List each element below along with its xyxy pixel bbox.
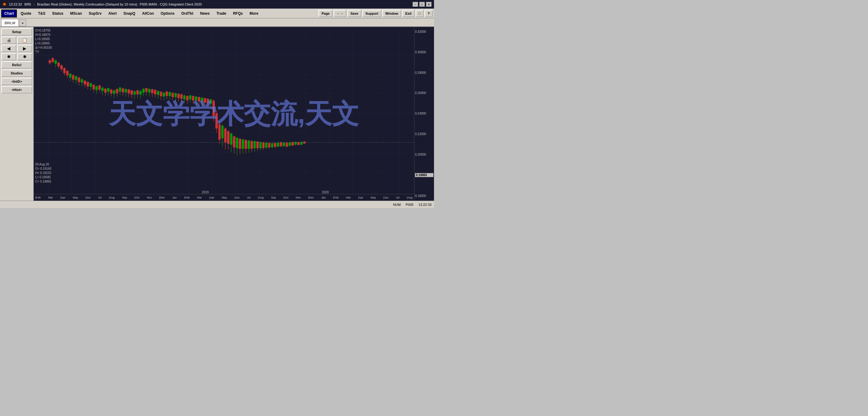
studies-button[interactable]: Studies bbox=[1, 69, 32, 77]
close-button[interactable]: ✕ bbox=[426, 2, 432, 7]
nav-button[interactable]: ←→ bbox=[334, 10, 346, 17]
svg-rect-120 bbox=[186, 96, 188, 100]
svg-rect-188 bbox=[286, 143, 288, 147]
menu-news[interactable]: News bbox=[197, 9, 213, 18]
current-price: 0.18865 bbox=[415, 173, 433, 177]
svg-rect-178 bbox=[271, 143, 273, 147]
setup-button[interactable]: Setup bbox=[1, 28, 32, 35]
rescl-button[interactable]: ReScl bbox=[1, 61, 32, 69]
add-tab-button[interactable]: + bbox=[19, 20, 26, 26]
menu-allcon[interactable]: AllCon bbox=[139, 9, 157, 18]
svg-rect-28 bbox=[52, 58, 54, 62]
save-button[interactable]: Save bbox=[347, 10, 361, 17]
svg-rect-56 bbox=[93, 85, 95, 90]
title-symbol: BR6 bbox=[25, 2, 31, 6]
svg-rect-110 bbox=[172, 93, 174, 97]
app-icon: ❖ bbox=[2, 2, 6, 7]
svg-rect-88 bbox=[140, 91, 142, 95]
candlestick-chart bbox=[34, 27, 414, 194]
maximize-button[interactable]: □ bbox=[419, 2, 425, 7]
time-jan19: Jan bbox=[172, 196, 177, 199]
svg-rect-84 bbox=[134, 91, 136, 95]
page-button[interactable]: Page bbox=[318, 10, 333, 17]
svg-rect-170 bbox=[259, 142, 262, 148]
intd-button[interactable]: <IntD> bbox=[1, 78, 32, 85]
hist-button[interactable]: <Hist> bbox=[1, 86, 32, 93]
time-may20: May bbox=[371, 196, 376, 199]
star-icon-2[interactable]: ✱ bbox=[17, 53, 32, 60]
menu-quote[interactable]: Quote bbox=[18, 9, 34, 18]
high-value: H=0.18870 bbox=[35, 33, 52, 37]
title-bar-left: ❖ 13:22:32 BR6 - Brazilian Real (Globex)… bbox=[2, 2, 202, 7]
svg-rect-134 bbox=[207, 99, 209, 103]
svg-rect-74 bbox=[119, 88, 121, 92]
menu-snapq[interactable]: SnapQ bbox=[120, 9, 138, 18]
bar-close: C= 0.18865 bbox=[35, 180, 52, 184]
svg-rect-82 bbox=[130, 90, 133, 95]
svg-rect-112 bbox=[175, 93, 177, 97]
svg-rect-106 bbox=[166, 92, 168, 96]
restore-button[interactable]: □ bbox=[415, 10, 424, 17]
svg-rect-96 bbox=[151, 89, 154, 93]
menu-mscan[interactable]: MScan bbox=[67, 9, 85, 18]
price-0.30: 0.30000 bbox=[415, 51, 433, 54]
prev-icon[interactable]: ◀ bbox=[1, 45, 16, 52]
menu-bar-right: Page ←→ Save Support Window Exit □ ? bbox=[318, 10, 433, 17]
copy-icon[interactable]: 📋 bbox=[17, 36, 32, 44]
time-feb20: |Feb bbox=[333, 196, 339, 199]
svg-rect-36 bbox=[63, 68, 66, 73]
window-button[interactable]: Window bbox=[382, 10, 401, 17]
year-2019: 2019 bbox=[202, 191, 209, 194]
svg-rect-146 bbox=[224, 129, 226, 142]
time-sep19: Sep bbox=[271, 196, 276, 199]
minimize-button[interactable]: − bbox=[412, 2, 418, 7]
exit-button[interactable]: Exit bbox=[402, 10, 414, 17]
time-nov: Nov bbox=[147, 196, 152, 199]
svg-rect-62 bbox=[101, 88, 104, 91]
menu-options[interactable]: Options bbox=[158, 9, 178, 18]
tab-label: BR6,W bbox=[5, 21, 15, 25]
menu-alert[interactable]: Alert bbox=[105, 9, 120, 18]
time-jun19: |Jun bbox=[235, 196, 240, 199]
svg-rect-156 bbox=[239, 139, 241, 149]
account-status: P005 bbox=[405, 203, 413, 206]
svg-rect-130 bbox=[201, 98, 203, 102]
help-button[interactable]: ? bbox=[425, 10, 433, 17]
svg-rect-126 bbox=[195, 96, 197, 100]
time-sep: Sep bbox=[122, 196, 127, 199]
support-button[interactable]: Support bbox=[362, 10, 381, 17]
menu-supsrv[interactable]: SupSrv bbox=[86, 9, 104, 18]
time-may: May bbox=[73, 196, 78, 199]
svg-rect-200 bbox=[303, 141, 306, 143]
svg-rect-174 bbox=[265, 143, 268, 148]
price-0.20: 0.20000 bbox=[415, 153, 433, 156]
time-jun20: |Jun bbox=[383, 196, 389, 199]
svg-rect-190 bbox=[288, 142, 291, 146]
menu-rfqs[interactable]: RFQs bbox=[230, 9, 246, 18]
svg-rect-136 bbox=[210, 99, 212, 104]
chart-area: O=0.18755 H=0.18870 L=0.18585 L=0.18865 … bbox=[34, 27, 434, 201]
menu-chart[interactable]: Chart bbox=[1, 9, 17, 18]
svg-rect-52 bbox=[87, 82, 89, 87]
price-0.26: 0.26000 bbox=[415, 91, 433, 95]
menu-trade[interactable]: Trade bbox=[213, 9, 229, 18]
svg-rect-194 bbox=[294, 142, 297, 145]
svg-rect-114 bbox=[178, 94, 180, 98]
time-apr20: |Apr bbox=[358, 196, 363, 199]
menu-more[interactable]: More bbox=[246, 9, 261, 18]
next-icon[interactable]: ▶ bbox=[17, 45, 32, 52]
main-area: Setup 🖨 📋 ◀ ▶ ✱ ✱ ReScl Studies <IntD> <… bbox=[0, 27, 434, 201]
svg-rect-164 bbox=[250, 141, 253, 149]
menu-status[interactable]: Status bbox=[49, 9, 66, 18]
star-icon-1[interactable]: ✱ bbox=[1, 53, 16, 60]
print-icon[interactable]: 🖨 bbox=[1, 36, 16, 44]
bar-high: H= 0.19225 bbox=[35, 171, 52, 175]
menu-ordtkt[interactable]: OrdTkt bbox=[178, 9, 196, 18]
tab-br6w[interactable]: BR6,W bbox=[1, 19, 19, 26]
svg-rect-86 bbox=[136, 90, 139, 94]
svg-rect-98 bbox=[154, 90, 156, 94]
svg-rect-54 bbox=[90, 83, 92, 87]
menu-ts[interactable]: T&S bbox=[35, 9, 49, 18]
time-dec19: |Dec bbox=[308, 196, 314, 199]
svg-rect-44 bbox=[75, 76, 78, 80]
